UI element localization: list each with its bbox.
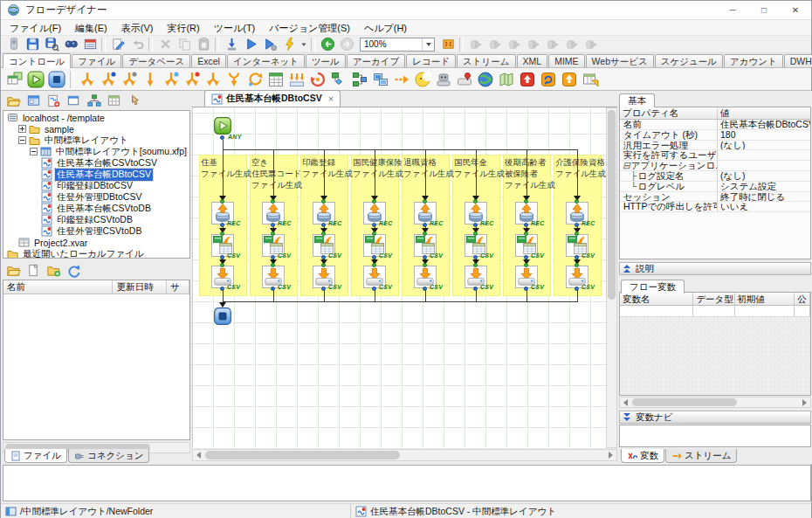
file-column-header-1[interactable]: 更新日時 [113, 280, 167, 294]
output-port[interactable] [575, 255, 579, 259]
output-port[interactable] [271, 255, 275, 259]
editor-tab-close-icon[interactable]: × [326, 93, 334, 104]
palette-loop-icon[interactable] [244, 69, 265, 89]
input-port[interactable] [473, 263, 478, 267]
revert-button[interactable] [127, 36, 147, 52]
copy-button[interactable] [175, 36, 194, 52]
connect-server-button[interactable] [3, 36, 23, 52]
palette-raise-error-icon[interactable] [517, 69, 538, 89]
output-port[interactable] [372, 287, 376, 291]
palette-condition-branch-icon[interactable] [119, 69, 140, 89]
palette-end-icon[interactable] [46, 69, 67, 89]
palette-remote-pc-icon[interactable] [370, 69, 391, 89]
menu-tools[interactable]: ツール(T) [207, 20, 263, 36]
output-port[interactable] [423, 255, 427, 259]
output-port[interactable] [473, 223, 478, 227]
input-port[interactable] [220, 231, 224, 236]
input-port[interactable] [271, 199, 275, 204]
input-port[interactable] [423, 231, 427, 236]
tab-streams[interactable]: ストリーム [665, 449, 737, 463]
explorer-project-view-icon[interactable] [24, 92, 44, 109]
file-column-header-2[interactable]: サ [167, 280, 189, 294]
run-option-3-button[interactable] [505, 36, 524, 52]
palette-branch-icon[interactable] [203, 69, 224, 89]
tree-item-0[interactable]: localhost - /template [3, 112, 189, 123]
edit-button[interactable] [108, 36, 127, 52]
palette-retry-icon[interactable] [538, 69, 559, 89]
files-refresh-icon[interactable] [64, 261, 84, 279]
input-port[interactable] [372, 263, 376, 267]
output-port[interactable] [321, 223, 326, 227]
sql-browser-button[interactable] [80, 36, 100, 52]
output-port[interactable] [372, 223, 376, 227]
run-option-7-button[interactable] [581, 36, 601, 52]
category-tab-13[interactable]: アカウント [724, 54, 783, 67]
input-port[interactable] [321, 199, 326, 204]
menu-version-control[interactable]: バージョン管理(S) [262, 20, 357, 36]
scroll-right-icon[interactable] [605, 450, 616, 460]
category-tab-5[interactable]: ツール [306, 54, 346, 67]
tab-connections[interactable]: コネクション [68, 449, 149, 463]
output-port[interactable] [321, 287, 326, 291]
flow-var-column-0[interactable]: 変数名 [620, 293, 693, 305]
category-tab-4[interactable]: インターネット [227, 54, 305, 67]
output-port[interactable] [423, 223, 427, 227]
tab-variables[interactable]: 変数 [621, 449, 664, 463]
input-port[interactable] [271, 263, 275, 267]
palette-script-table-icon[interactable] [580, 69, 601, 89]
palette-call-script-icon[interactable] [559, 69, 580, 89]
palette-string-columns-icon[interactable] [286, 69, 307, 89]
input-port[interactable] [575, 199, 579, 204]
explorer-new-window-icon[interactable] [64, 92, 84, 109]
scroll-right-icon[interactable] [799, 397, 810, 407]
palette-string-branch-icon[interactable] [98, 69, 119, 89]
input-port[interactable] [423, 263, 427, 267]
palette-mapper-table-icon[interactable] [265, 69, 286, 89]
nav-forward-button[interactable] [337, 36, 356, 52]
delete-button[interactable] [155, 36, 175, 52]
flow-canvas[interactable]: 住基ファイル生成空き住民票コードファイル生成印鑑登録ファイル生成国民健康保険ファ… [192, 107, 606, 448]
output-port[interactable] [473, 287, 478, 291]
category-tab-1[interactable]: ファイル [72, 54, 121, 67]
explorer-new-script-icon[interactable] [44, 92, 64, 109]
minimize-button[interactable]: ─ [717, 1, 748, 20]
run-option-6-button[interactable] [562, 36, 581, 52]
palette-wait-icon[interactable] [412, 69, 433, 89]
tree-item-8[interactable]: 住民基本台帳CSVtoDB [3, 203, 189, 214]
fit-window-button[interactable] [438, 36, 458, 52]
files-add-folder-icon[interactable] [44, 261, 64, 279]
flow-variables-tab[interactable]: フロー変数 [621, 280, 685, 294]
explorer-open-project-icon[interactable] [3, 92, 24, 109]
tree-item-10[interactable]: 住登外管理CSVtoDB [3, 225, 189, 237]
explorer-hierarchy-icon[interactable] [84, 92, 104, 109]
output-port[interactable] [575, 287, 579, 291]
menu-edit[interactable]: 編集(E) [68, 20, 114, 36]
run-button[interactable] [241, 36, 260, 52]
category-tab-0[interactable]: コントロール [3, 53, 71, 68]
input-port[interactable] [473, 231, 478, 236]
flow-variables-empty-row[interactable] [620, 306, 810, 317]
collapse-icon[interactable] [30, 148, 38, 155]
maximize-button[interactable]: □ [748, 1, 780, 20]
output-port[interactable] [220, 255, 224, 259]
save-button[interactable] [23, 36, 42, 52]
input-port[interactable] [575, 263, 579, 267]
palette-file-pin-icon[interactable] [454, 69, 475, 89]
tree-item-11[interactable]: Project2.xvar [3, 237, 189, 248]
start-node[interactable] [214, 117, 231, 135]
tree-item-5[interactable]: 住民基本台帳DBtoCSV [3, 169, 189, 180]
category-tab-2[interactable]: データベース [122, 54, 190, 67]
run-option-5-button[interactable] [543, 36, 562, 52]
property-value[interactable]: (なし) [718, 141, 810, 150]
palette-map-flow-icon[interactable] [496, 69, 517, 89]
tree-item-6[interactable]: 印鑑登録DBtoCSV [3, 180, 189, 191]
property-value[interactable]: 180 [718, 130, 810, 140]
category-tab-12[interactable]: スケジュール [655, 54, 723, 67]
scroll-left-icon[interactable] [620, 397, 631, 407]
output-port[interactable] [372, 255, 376, 259]
input-port[interactable] [220, 263, 224, 267]
canvas-vscrollbar[interactable] [606, 107, 617, 448]
palette-batch-robot-icon[interactable] [433, 69, 454, 89]
menu-help[interactable]: ヘルプ(H) [357, 20, 414, 36]
input-port[interactable] [372, 199, 376, 204]
